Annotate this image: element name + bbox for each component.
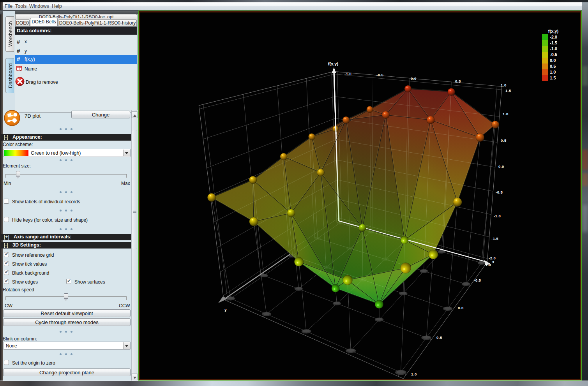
svg-text:0.0: 0.0 xyxy=(458,306,464,310)
svg-text:1.5: 1.5 xyxy=(505,88,511,93)
svg-text:f(x,y): f(x,y) xyxy=(548,29,559,33)
svg-text:x: x xyxy=(492,260,494,264)
svg-text:f(x,y): f(x,y) xyxy=(328,62,339,66)
svg-text:0.0: 0.0 xyxy=(550,58,556,63)
svg-text:-0.5: -0.5 xyxy=(550,52,557,57)
svg-text:-2.0: -2.0 xyxy=(550,35,557,39)
svg-text:1.0: 1.0 xyxy=(411,372,417,376)
svg-text:1.0: 1.0 xyxy=(503,112,509,116)
svg-text:-1.5: -1.5 xyxy=(550,41,557,45)
svg-text:y: y xyxy=(224,308,227,312)
svg-text:0.5: 0.5 xyxy=(436,335,442,340)
svg-text:0.5: 0.5 xyxy=(550,64,556,69)
svg-text:0.0: 0.0 xyxy=(411,76,417,81)
svg-text:-0.5: -0.5 xyxy=(376,73,384,77)
svg-text:1.5: 1.5 xyxy=(550,76,556,80)
svg-text:-0.5: -0.5 xyxy=(496,190,503,194)
svg-text:1.0: 1.0 xyxy=(550,70,556,74)
svg-text:0.5: 0.5 xyxy=(501,138,507,143)
svg-text:0.0: 0.0 xyxy=(498,164,504,169)
svg-text:-1.0: -1.0 xyxy=(484,263,491,267)
svg-text:-1.0: -1.0 xyxy=(494,214,501,218)
svg-text:-1.0: -1.0 xyxy=(344,72,351,76)
svg-text:-0.5: -0.5 xyxy=(474,278,481,282)
svg-text:0.5: 0.5 xyxy=(455,79,461,83)
svg-text:-1.5: -1.5 xyxy=(491,236,499,241)
svg-text:1.0: 1.0 xyxy=(501,83,507,87)
svg-text:-1.0: -1.0 xyxy=(550,46,557,51)
